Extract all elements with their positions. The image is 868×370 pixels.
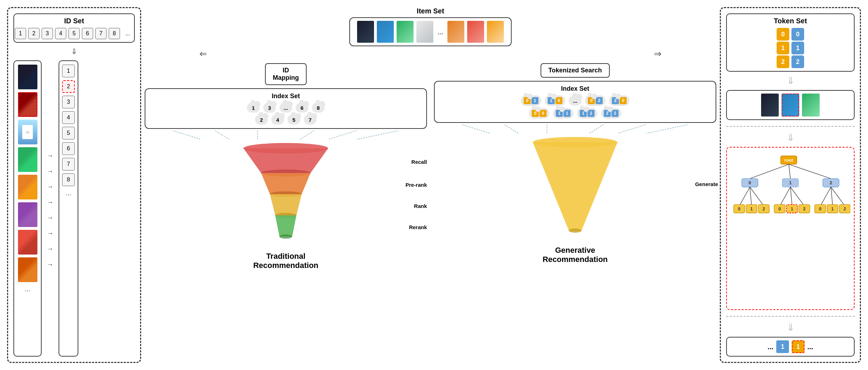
svg-line-23 [789,164,831,178]
book-3: 📖 [18,120,37,144]
sel-book-3 [802,94,820,117]
result-box: ... 1 1 ... [726,337,855,357]
tok-1c: 1 [556,110,563,117]
books-column: 📖 ... [13,60,42,357]
svg-line-35 [790,187,803,205]
traditional-column: IDMapping Index Set 1 3 ... 6 8 2 4 5 [145,63,427,363]
tok-col-1: 0 1 2 [777,28,789,68]
id-num-1: 1 [62,65,75,77]
gen-recommendation-label: GenerativeRecommendation [543,246,608,264]
cloud-8: 8 [312,103,325,113]
id-num-2: 2 [62,80,75,93]
svg-text:0: 0 [778,207,781,211]
svg-text:root: root [784,157,794,163]
funnel-svg-gen [529,135,621,241]
svg-text:2: 2 [803,207,806,211]
item-book-4 [416,21,433,43]
tree-box: root 0 1 2 [726,147,855,310]
svg-point-18 [569,228,581,233]
book-8 [18,257,37,282]
id-num-4: 4 [62,111,75,124]
tok-big-1a: 1 [777,42,789,54]
tok-1b: 1 [548,97,555,104]
tok-big-0a: 0 [777,28,789,41]
result-dots-left: ... [767,343,773,351]
cloud-6: 6 [296,103,308,113]
tok-cloud-12: 1 2 [577,108,597,119]
svg-line-31 [750,187,752,205]
arrow-8: → [47,258,53,271]
rank-label: Rank [414,203,427,209]
book-1 [18,65,37,89]
right-panel: Token Set 0 1 2 0 1 2 ⇓ [720,7,861,363]
tok-cloud-11: 1 1 [553,108,573,119]
two-columns: IDMapping Index Set 1 3 ... 6 8 2 4 5 [145,63,716,363]
svg-line-1 [215,131,229,139]
gen-index-set-label: Index Set [440,85,710,92]
svg-line-34 [790,187,792,205]
tok-2c: 2 [587,110,595,117]
tok-0c: 0 [588,97,595,104]
cloud-2: 2 [255,115,268,125]
id-num-5: 5 [62,127,75,139]
id-set-label: ID Set [64,17,84,25]
svg-line-0 [173,131,201,139]
trad-clouds-row2: 2 4 5 7 [151,115,421,125]
result-dots-right: ... [807,343,813,351]
id-cell-4: 4 [55,28,66,39]
trad-index-set-label: Index Set [151,92,421,100]
svg-line-11 [462,125,490,133]
tok-cloud-22: 2 2 [601,108,621,119]
svg-line-37 [831,187,833,205]
svg-line-33 [780,187,790,205]
arrow-4: → [47,196,53,209]
arrow-7: → [47,243,53,256]
cloud-5: 5 [288,115,300,125]
tok-2b: 2 [612,97,619,104]
ids-dots: ... [66,189,72,197]
gen-clouds-row1: 0 1 1 0 ... 0 2 [440,95,710,106]
funnel-container-trad: Recall Pre-rank Rank Rerank [145,141,427,247]
svg-line-16 [646,125,688,133]
tok-cloud-02: 0 2 [585,95,605,106]
tok-big-1b: 1 [791,42,804,54]
item-book-5 [447,21,464,43]
gen-clouds-row2: 0 0 1 1 1 2 [440,108,710,119]
id-cell-6: 6 [82,28,93,39]
cloud-3: 3 [263,103,276,113]
left-panel: ID Set 1 2 3 4 5 6 7 8 ... ⇓ [7,7,141,363]
arrows-column: → → → → → → → → [47,60,53,357]
tok-1: 1 [531,97,538,104]
cloud-7: 7 [304,115,317,125]
svg-text:1: 1 [831,207,834,211]
id-mapping-box: IDMapping [265,63,307,85]
tok-0d: 0 [620,97,627,104]
arrow-2: → [47,165,53,178]
svg-line-30 [740,187,750,205]
arrow-1: → [47,150,53,162]
svg-line-5 [356,131,399,139]
token-set-label: Token Set [774,17,807,25]
prerank-label: Pre-rank [405,182,427,188]
token-set-grid: 0 1 2 0 1 2 [777,28,804,68]
arrow-3: → [47,181,53,193]
token-set-box: Token Set 0 1 2 0 1 2 [726,13,855,72]
item-book-2 [377,21,394,43]
tok-2d: 2 [604,110,611,117]
id-set-box: ID Set 1 2 3 4 5 6 7 8 ... [13,13,135,43]
down-arrow-r2: ⇓ [726,133,855,143]
recall-label: Recall [411,159,427,165]
tok-cloud-01: 0 1 [521,95,541,106]
arrow-6: → [47,227,53,240]
ids-column: 1 2 3 4 5 6 7 8 ... [59,60,78,357]
svg-line-36 [821,187,831,205]
cloud-dots1: ... [279,103,292,113]
tokenized-search-box: Tokenized Search [541,63,610,78]
svg-line-22 [789,164,790,178]
id-cell-1: 1 [15,28,26,39]
trad-clouds-row1: 1 3 ... 6 8 [151,103,421,113]
item-dots: ... [436,28,445,36]
id-num-3: 3 [62,96,75,108]
book-7 [18,230,37,255]
svg-text:2: 2 [844,207,846,211]
